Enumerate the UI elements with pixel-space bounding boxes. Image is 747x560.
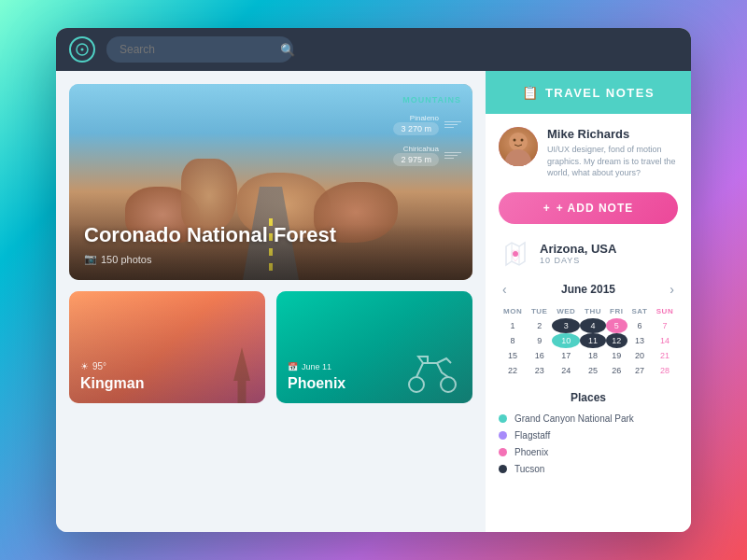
cal-day[interactable]: 3 xyxy=(552,318,580,333)
place-dot xyxy=(499,431,507,440)
elevation-pinaleno: Pinaleno 3 270 m xyxy=(393,114,461,135)
user-info: Mike Richards UI/UX designer, fond of mo… xyxy=(547,127,678,179)
add-note-button[interactable]: + + ADD NOTE xyxy=(499,192,678,224)
cal-day[interactable]: 11 xyxy=(580,333,605,348)
place-name: Flagstaff xyxy=(514,430,550,441)
user-bio: UI/UX designer, fond of motion graphics.… xyxy=(547,144,678,179)
sidebar-title: TRAVEL NOTES xyxy=(545,86,655,100)
calendar-prev-button[interactable]: ‹ xyxy=(499,282,511,297)
place-item-tucson[interactable]: Tucson xyxy=(499,464,678,474)
weekday-wed: WED xyxy=(552,304,580,318)
cal-day[interactable]: 10 xyxy=(552,333,580,348)
place-dot xyxy=(499,465,507,473)
user-profile: Mike Richards UI/UX designer, fond of mo… xyxy=(499,127,678,179)
cal-day[interactable]: 21 xyxy=(652,348,678,363)
svg-point-8 xyxy=(513,251,518,257)
cal-day[interactable]: 4 xyxy=(580,318,605,333)
kingman-content: ☀ 95° Kingman xyxy=(69,291,265,403)
place-name: Tucson xyxy=(514,464,544,474)
cal-day[interactable]: 22 xyxy=(499,363,527,378)
compass-icon xyxy=(69,36,95,63)
kingman-city: Kingman xyxy=(80,375,254,392)
svg-point-1 xyxy=(81,49,84,51)
cal-day[interactable]: 8 xyxy=(499,333,527,348)
cal-day[interactable]: 26 xyxy=(606,363,627,378)
svg-point-4 xyxy=(509,133,528,151)
phoenix-content: 📅 June 11 Phoenix xyxy=(276,291,472,403)
svg-point-5 xyxy=(505,149,531,166)
cal-day[interactable]: 1 xyxy=(499,318,527,333)
place-name: Grand Canyon National Park xyxy=(514,413,634,424)
svg-point-7 xyxy=(521,139,524,142)
cal-day[interactable]: 25 xyxy=(580,363,605,378)
camera-icon: 📷 xyxy=(84,253,97,265)
phoenix-date: 📅 June 11 xyxy=(288,362,461,371)
header: 🔍 xyxy=(56,28,691,71)
cal-day[interactable]: 2 xyxy=(527,318,552,333)
cal-day[interactable]: 16 xyxy=(527,348,552,363)
location-name: Arizona, USA xyxy=(540,242,616,256)
cal-day[interactable]: 20 xyxy=(627,348,652,363)
calendar-next-button[interactable]: › xyxy=(666,282,678,297)
search-input[interactable] xyxy=(106,36,293,63)
places-list: Grand Canyon National Park Flagstaff Pho… xyxy=(499,413,678,474)
cal-day[interactable]: 23 xyxy=(527,363,552,378)
cal-day[interactable]: 5 xyxy=(606,318,627,333)
weekday-thu: THU xyxy=(580,304,605,318)
calendar-month: June 2015 xyxy=(561,283,615,296)
kingman-card[interactable]: ☀ 95° Kingman xyxy=(69,291,265,403)
place-item-grand-canyon[interactable]: Grand Canyon National Park xyxy=(499,413,678,424)
map-icon xyxy=(499,237,532,271)
main-content: Coronado National Forest 📷 150 photos MO… xyxy=(56,71,486,532)
cal-day[interactable]: 14 xyxy=(652,333,678,348)
cal-day[interactable]: 15 xyxy=(499,348,527,363)
elevation-lines-2 xyxy=(444,152,461,159)
user-name: Mike Richards xyxy=(547,127,678,141)
place-dot xyxy=(499,448,507,456)
place-dot xyxy=(499,414,507,423)
place-item-flagstaff[interactable]: Flagstaff xyxy=(499,430,678,441)
cal-day[interactable]: 13 xyxy=(627,333,652,348)
bottom-cards: ☀ 95° Kingman xyxy=(69,291,472,403)
weekday-sun: SUN xyxy=(652,304,678,318)
sidebar: 📋 TRAVEL NOTES xyxy=(486,71,691,532)
cal-day[interactable]: 19 xyxy=(606,348,627,363)
weekday-sat: SAT xyxy=(627,304,652,318)
hero-photos: 📷 150 photos xyxy=(84,253,458,265)
calendar-icon: 📅 xyxy=(288,362,298,371)
elevation-chiricahua: Chiricahua 2 975 m xyxy=(393,145,461,166)
phoenix-city: Phoenix xyxy=(288,375,461,392)
place-item-phoenix[interactable]: Phoenix xyxy=(499,447,678,457)
cal-day[interactable]: 24 xyxy=(552,363,580,378)
elevation-lines-1 xyxy=(444,121,461,128)
phoenix-card[interactable]: 📅 June 11 Phoenix xyxy=(276,291,472,403)
place-name: Phoenix xyxy=(514,447,548,457)
cal-day[interactable]: 18 xyxy=(580,348,605,363)
cal-day[interactable]: 27 xyxy=(627,363,652,378)
calendar: ‹ June 2015 › MON TUE WED THU FRI xyxy=(499,282,678,378)
cal-day[interactable]: 17 xyxy=(552,348,580,363)
calendar-header: ‹ June 2015 › xyxy=(499,282,678,297)
hero-stats: MOUNTAINS Pinaleno 3 270 m xyxy=(393,95,461,166)
weekday-tue: TUE xyxy=(527,304,552,318)
cal-day[interactable]: 28 xyxy=(652,363,678,378)
location-days: 10 DAYS xyxy=(540,256,616,265)
cal-day[interactable]: 12 xyxy=(606,333,627,348)
app-container: 🔍 Coronado National Forest xyxy=(56,28,691,532)
sidebar-body: Mike Richards UI/UX designer, fond of mo… xyxy=(486,114,691,532)
weekday-fri: FRI xyxy=(606,304,627,318)
plus-icon: + xyxy=(543,202,551,215)
places-title: Places xyxy=(499,391,678,404)
notes-icon: 📋 xyxy=(522,85,538,100)
location-row: Arizona, USA 10 DAYS xyxy=(499,237,678,271)
cal-day[interactable]: 9 xyxy=(527,333,552,348)
cal-day[interactable]: 7 xyxy=(652,318,678,333)
calendar-grid: MON TUE WED THU FRI SAT SUN 1 xyxy=(499,304,678,378)
cal-day[interactable]: 6 xyxy=(627,318,652,333)
sidebar-header: 📋 TRAVEL NOTES xyxy=(486,71,691,114)
location-details: Arizona, USA 10 DAYS xyxy=(540,242,616,265)
sun-icon: ☀ xyxy=(80,361,89,371)
hero-card[interactable]: Coronado National Forest 📷 150 photos MO… xyxy=(69,84,472,280)
svg-point-6 xyxy=(514,139,516,142)
body: Coronado National Forest 📷 150 photos MO… xyxy=(56,71,691,532)
